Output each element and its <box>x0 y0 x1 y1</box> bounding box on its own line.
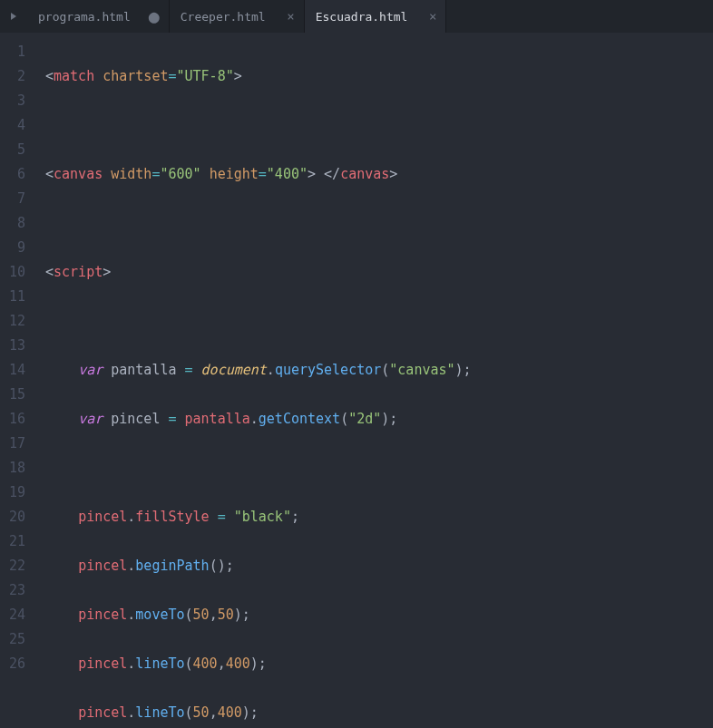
line-number: 21 <box>0 529 25 554</box>
close-icon[interactable]: × <box>429 9 436 24</box>
line-number: 22 <box>0 554 25 578</box>
code-line: pincel.fillStyle = "black"; <box>45 505 713 529</box>
line-number: 25 <box>0 627 25 652</box>
line-number: 5 <box>0 138 25 162</box>
line-number: 3 <box>0 89 25 113</box>
line-number: 23 <box>0 578 25 603</box>
tab-escuadra[interactable]: Escuadra.html × <box>305 0 447 33</box>
code-line: pincel.moveTo(50,50); <box>45 603 713 627</box>
line-number: 6 <box>0 162 25 187</box>
code-area[interactable]: <match chartset="UTF-8"> <canvas width="… <box>36 33 713 728</box>
tab-scroll-arrow[interactable] <box>0 12 27 21</box>
line-number: 10 <box>0 260 25 285</box>
line-number: 12 <box>0 309 25 334</box>
line-number: 16 <box>0 407 25 432</box>
close-icon[interactable]: × <box>287 9 294 24</box>
line-number: 19 <box>0 480 25 505</box>
tab-title: Escuadra.html <box>316 10 408 24</box>
line-number: 15 <box>0 383 25 407</box>
code-line: pincel.lineTo(400,400); <box>45 652 713 676</box>
code-line: var pantalla = document.querySelector("c… <box>45 358 713 383</box>
line-number-gutter: 1 2 3 4 5 6 7 8 9 10 11 12 13 14 15 16 1… <box>0 33 36 728</box>
tab-title: programa.html <box>38 10 131 24</box>
code-line: <match chartset="UTF-8"> <box>45 64 713 89</box>
line-number: 9 <box>0 236 25 260</box>
line-number: 14 <box>0 358 25 383</box>
code-line: pincel.beginPath(); <box>45 554 713 578</box>
line-number: 4 <box>0 113 25 138</box>
tab-title: Creeper.html <box>181 10 266 24</box>
tab-programa[interactable]: programa.html ● <box>27 0 170 33</box>
line-number: 18 <box>0 456 25 480</box>
line-number: 17 <box>0 432 25 456</box>
line-number: 26 <box>0 652 25 676</box>
line-number: 2 <box>0 64 25 89</box>
code-line: <canvas width="600" height="400"> </canv… <box>45 162 713 187</box>
tab-creeper[interactable]: Creeper.html × <box>170 0 305 33</box>
line-number: 11 <box>0 285 25 309</box>
code-line: pincel.lineTo(50,400); <box>45 701 713 725</box>
code-line <box>45 456 713 480</box>
line-number: 8 <box>0 211 25 236</box>
modified-indicator-icon: ● <box>149 12 160 21</box>
line-number: 24 <box>0 603 25 627</box>
line-number: 20 <box>0 505 25 529</box>
code-line <box>45 309 713 334</box>
line-number: 1 <box>0 40 25 64</box>
code-line: var pincel = pantalla.getContext("2d"); <box>45 407 713 432</box>
code-line <box>45 211 713 236</box>
editor: 1 2 3 4 5 6 7 8 9 10 11 12 13 14 15 16 1… <box>0 33 713 728</box>
tab-bar: programa.html ● Creeper.html × Escuadra.… <box>0 0 713 33</box>
line-number: 13 <box>0 334 25 358</box>
line-number: 7 <box>0 187 25 211</box>
code-line: <script> <box>45 260 713 285</box>
code-line <box>45 113 713 138</box>
